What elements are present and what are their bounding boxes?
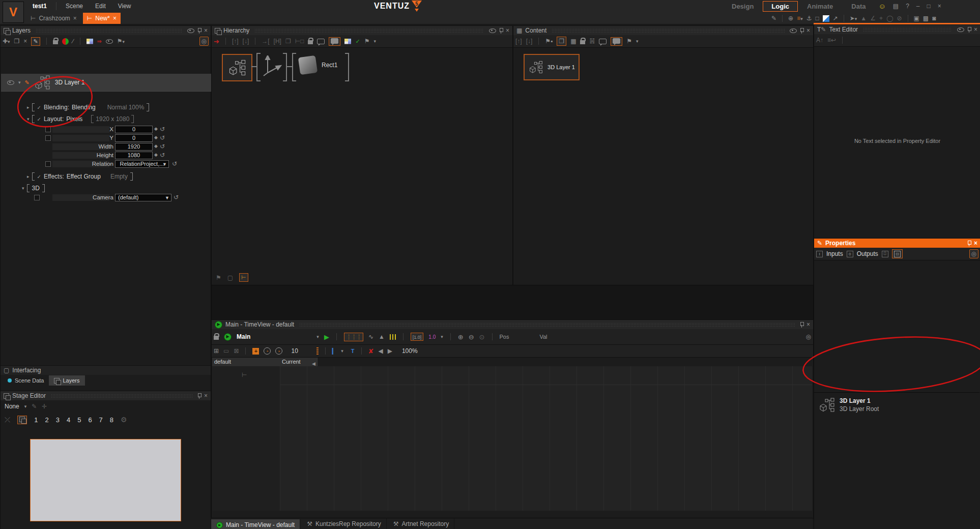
blending-group[interactable]: ▸ ✓ Blending: Blending Normal 100% [27, 103, 149, 111]
stopwatch-add-icon[interactable]: + [264, 347, 271, 355]
stage-preview[interactable] [30, 439, 181, 521]
zoom-out-icon[interactable]: ⊖ [469, 333, 474, 341]
feedback-smiley-icon[interactable]: ☺ [875, 2, 889, 10]
no-clip-icon[interactable]: ⊘ [897, 15, 902, 22]
remove-track-icon[interactable]: ⊠ [234, 347, 239, 355]
color-palette-icon[interactable] [87, 39, 93, 44]
check-icon[interactable]: ✓ [37, 105, 41, 110]
expand-arrow-icon[interactable]: ▸ [27, 174, 30, 179]
next-key-icon[interactable]: ▶ [388, 347, 392, 355]
mode-design[interactable]: Design [723, 3, 763, 10]
layer-chip-icon[interactable]: ▢ [227, 274, 233, 281]
close-tab-icon[interactable]: × [73, 15, 77, 22]
text-key-icon[interactable]: T [351, 348, 355, 354]
pin-icon[interactable] [197, 393, 201, 399]
hierarchy-header[interactable]: Hierarchy × [212, 26, 512, 35]
animation-monitor-icon[interactable]: ◎ [199, 37, 209, 46]
close-icon[interactable]: × [506, 27, 509, 34]
export-frame-icon[interactable]: ↗ [833, 15, 838, 22]
wrap-node-icon[interactable]: →[ [262, 38, 269, 45]
close-button[interactable]: × [934, 3, 945, 10]
stage-layout-icon[interactable] [17, 416, 27, 424]
pipette-icon[interactable]: ✎ [771, 15, 776, 22]
menu-scene[interactable]: Scene [60, 0, 89, 12]
y-animate-checkbox[interactable] [45, 135, 51, 141]
group-icon[interactable]: ❐ [285, 38, 291, 45]
duplicate-icon[interactable]: ❐ [14, 38, 20, 45]
font-size-icon[interactable]: A↑ [816, 37, 823, 44]
reset-icon[interactable]: ↺ [160, 143, 165, 150]
collapse-arrow-icon[interactable]: ▾ [27, 116, 30, 122]
timeview-header[interactable]: ▶ Main - TimeView - default × [212, 320, 813, 329]
stage-slot-7[interactable]: 7 [99, 416, 103, 424]
chevron-down-icon[interactable]: ▾ [373, 39, 376, 44]
crosshair-icon[interactable]: + [879, 15, 883, 22]
stage-preset-select[interactable]: None [5, 403, 19, 410]
selection-info[interactable]: 3D Layer 1 3D Layer Root [818, 397, 879, 413]
jump-arrow-icon[interactable]: ⇒ [97, 38, 102, 45]
group-play-icon[interactable]: ▶ [224, 333, 232, 341]
stage-slot-4[interactable]: 4 [67, 416, 70, 424]
play-icon[interactable]: ▶ [324, 333, 329, 341]
width-field[interactable]: 1920 [115, 143, 153, 151]
move-icon[interactable]: ✛ [42, 403, 47, 410]
stage-slot-1[interactable]: 1 [34, 416, 38, 424]
cone-icon[interactable]: ▲ [860, 15, 867, 22]
close-icon[interactable]: × [806, 321, 810, 328]
import-icon[interactable]: [↑] [232, 38, 239, 45]
add-keyframe-icon[interactable]: + [252, 348, 259, 355]
bars-icon[interactable] [390, 334, 396, 340]
menu-edit[interactable]: Edit [89, 0, 112, 12]
maximize-button[interactable]: □ [924, 3, 934, 10]
zoom-reset-icon[interactable]: ⊙ [479, 333, 485, 341]
chevron-down-icon[interactable]: ▾ [341, 348, 343, 354]
chevron-down-icon[interactable]: ▾ [24, 404, 27, 409]
animation-monitor-icon[interactable]: ◎ [806, 333, 811, 340]
pin-icon[interactable] [197, 28, 201, 34]
status-tab-artnet[interactable]: ⚒ Artnet Repository [388, 518, 454, 529]
add-track-icon[interactable]: ⊞ [214, 347, 219, 355]
lock-icon[interactable] [580, 40, 585, 44]
pin-icon[interactable] [967, 27, 971, 33]
globe-icon[interactable]: ⊕ [788, 15, 793, 22]
chevron-down-icon[interactable]: ▾ [316, 334, 319, 339]
prev-key-icon[interactable]: ◀ [378, 347, 383, 355]
subtree-icon[interactable]: ⊢□ [295, 38, 304, 45]
expand-arrow-icon[interactable]: ▸ [27, 105, 30, 110]
split-view-icon[interactable] [823, 15, 829, 22]
x-field[interactable]: 0 [115, 126, 153, 133]
close-icon[interactable]: × [974, 26, 977, 33]
visibility-icon[interactable] [106, 39, 113, 44]
help-icon[interactable]: ? [902, 3, 913, 10]
stage-slot-2[interactable]: 2 [45, 416, 48, 424]
users-icon[interactable]: ☵ [589, 38, 595, 45]
keyframe-diamond-icon[interactable]: ◆ [154, 126, 158, 131]
reset-icon[interactable]: ↺ [172, 160, 177, 167]
flag-small-icon[interactable]: ⚑▪ [545, 38, 553, 45]
grid-icon[interactable]: ▦ [570, 38, 576, 45]
close-icon[interactable]: × [204, 27, 208, 34]
minimize-button[interactable]: – [913, 3, 924, 10]
pin-icon[interactable] [800, 322, 803, 328]
axis-node-icon[interactable] [262, 55, 282, 77]
comment-icon[interactable] [599, 39, 607, 44]
export-icon[interactable]: [↓] [243, 38, 249, 45]
box-icon[interactable]: □ [815, 15, 819, 22]
timeline-canvas[interactable] [280, 366, 812, 511]
dual-column-icon[interactable]: ⎅ [882, 251, 888, 257]
animation-monitor-icon[interactable]: ◎ [969, 249, 978, 258]
close-tab-icon[interactable]: × [113, 15, 117, 22]
3d-group[interactable]: ▾ 3D [22, 184, 45, 192]
reset-icon[interactable]: ↺ [160, 126, 165, 133]
key-marker-icon[interactable]: ▎ [332, 348, 336, 355]
lock-icon[interactable] [214, 336, 219, 340]
chevron-down-icon[interactable]: ▾ [636, 39, 639, 44]
tab-scene-data[interactable]: Scene Data [4, 375, 48, 386]
speed-value[interactable]: 1.0 [428, 334, 436, 340]
reset-icon[interactable]: ↺ [174, 194, 179, 201]
delete-icon[interactable]: × [23, 38, 27, 45]
pin-icon[interactable] [800, 28, 803, 34]
reset-icon[interactable]: ↺ [160, 152, 165, 159]
live-state-icon[interactable] [62, 38, 69, 45]
tab-outputs[interactable]: Outputs [857, 250, 878, 257]
